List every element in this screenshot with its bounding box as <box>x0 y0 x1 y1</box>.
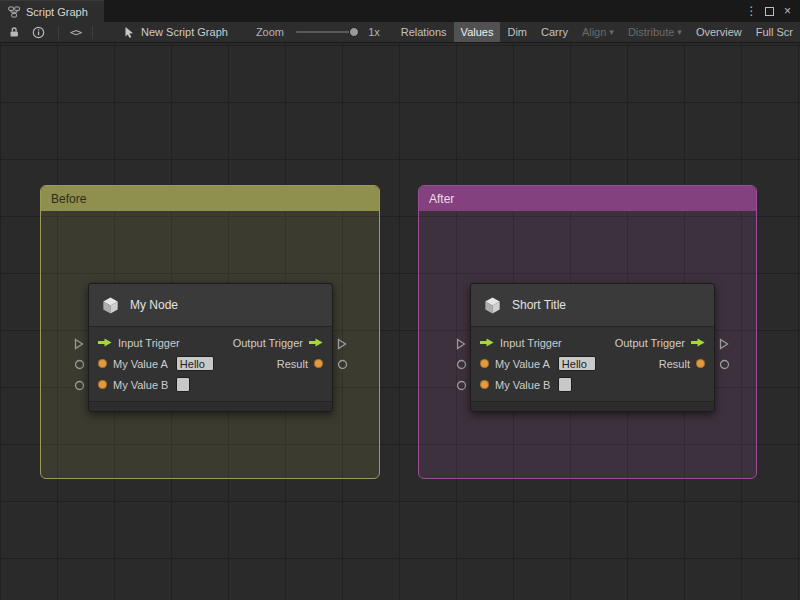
group-before-label: Before <box>51 192 86 206</box>
window-maximize-button[interactable] <box>762 2 777 20</box>
value-dot-icon <box>480 380 489 389</box>
fullscreen-button[interactable]: Full Scr <box>749 22 800 43</box>
group-before-header[interactable]: Before <box>41 186 379 211</box>
values-button-label: Values <box>461 26 494 38</box>
value-dot-icon <box>98 359 107 368</box>
value-b-input[interactable] <box>176 377 190 392</box>
output-trigger-label: Output Trigger <box>615 337 685 349</box>
value-b-port[interactable] <box>70 375 88 396</box>
result-port[interactable] <box>333 354 351 375</box>
lock-icon[interactable] <box>8 22 20 43</box>
info-icon-glyph <box>32 26 45 39</box>
overview-button-label: Overview <box>696 26 742 38</box>
node-ports: Input Trigger Output Trigger My Value A … <box>471 327 714 401</box>
unit-icon <box>482 295 503 316</box>
node-external-input-ports <box>70 283 88 412</box>
group-after-label: After <box>429 192 454 206</box>
zoom-value: 1x <box>368 26 380 38</box>
value-b-port[interactable] <box>452 375 470 396</box>
code-icon-glyph: <> <box>70 26 81 39</box>
unit-icon <box>100 295 121 316</box>
node-header[interactable]: My Node <box>89 284 332 327</box>
carry-button-label: Carry <box>541 26 568 38</box>
zoom-slider-handle[interactable] <box>349 27 359 37</box>
trigger-port-icon <box>337 338 347 350</box>
input-trigger-port[interactable] <box>452 333 470 354</box>
maximize-icon <box>765 7 774 16</box>
output-trigger-port[interactable] <box>333 333 351 354</box>
distribute-button[interactable]: Distribute ▾ <box>621 22 689 43</box>
node-my-node[interactable]: My Node Input Trigger Output Trigger My … <box>70 283 351 412</box>
result-label: Result <box>277 358 308 370</box>
value-b-input[interactable] <box>558 377 572 392</box>
input-trigger-label: Input Trigger <box>500 337 562 349</box>
script-graph-icon <box>8 6 20 18</box>
value-port-icon <box>337 359 348 370</box>
trigger-port-row: Input Trigger Output Trigger <box>471 332 714 353</box>
relations-button[interactable]: Relations <box>394 22 454 43</box>
graph-toolbar: <> New Script Graph Zoom 1x Relations Va… <box>0 22 800 43</box>
node-footer <box>471 401 714 411</box>
zoom-slider[interactable] <box>296 31 359 33</box>
value-dot-icon <box>480 359 489 368</box>
value-dot-icon <box>314 359 323 368</box>
chevron-down-icon: ▾ <box>609 27 614 37</box>
output-trigger-label: Output Trigger <box>233 337 303 349</box>
window-close-button[interactable]: × <box>780 2 795 20</box>
node-ports: Input Trigger Output Trigger My Value A … <box>89 327 332 401</box>
distribute-button-label: Distribute <box>628 26 674 38</box>
group-after-header[interactable]: After <box>419 186 756 211</box>
fullscreen-button-label: Full Scr <box>756 26 793 38</box>
value-port-icon <box>456 380 467 391</box>
node-external-input-ports <box>452 283 470 412</box>
value-a-input[interactable] <box>558 356 596 371</box>
trigger-port-row: Input Trigger Output Trigger <box>89 332 332 353</box>
relations-button-label: Relations <box>401 26 447 38</box>
cursor-icon <box>123 26 135 39</box>
carry-button[interactable]: Carry <box>534 22 575 43</box>
info-icon[interactable] <box>32 22 45 43</box>
toolbar-separator <box>58 26 59 39</box>
trigger-in-arrow-icon <box>480 338 494 347</box>
value-b-label: My Value B <box>495 379 550 391</box>
value-port-icon <box>719 359 730 370</box>
trigger-out-arrow-icon <box>691 338 705 347</box>
chevron-down-icon: ▾ <box>677 27 682 37</box>
node-header[interactable]: Short Title <box>471 284 714 327</box>
tab-script-graph[interactable]: Script Graph <box>0 0 104 22</box>
node-short-title[interactable]: Short Title Input Trigger Output Trigger… <box>452 283 733 412</box>
graph-name-label: New Script Graph <box>141 26 228 38</box>
node-title: Short Title <box>512 298 566 312</box>
node-title: My Node <box>130 298 178 312</box>
input-trigger-port[interactable] <box>70 333 88 354</box>
tab-title: Script Graph <box>26 6 88 18</box>
values-button[interactable]: Values <box>454 22 501 43</box>
align-button[interactable]: Align ▾ <box>575 22 621 43</box>
input-trigger-label: Input Trigger <box>118 337 180 349</box>
value-a-input[interactable] <box>176 356 214 371</box>
dim-button[interactable]: Dim <box>500 22 534 43</box>
lock-icon-glyph <box>8 26 20 38</box>
value-b-label: My Value B <box>113 379 168 391</box>
zoom-label: Zoom <box>256 26 284 38</box>
node-body-container[interactable]: Short Title Input Trigger Output Trigger… <box>470 283 715 412</box>
value-a-port[interactable] <box>70 354 88 375</box>
align-button-label: Align <box>582 26 606 38</box>
value-port-icon <box>456 359 467 370</box>
result-label: Result <box>659 358 690 370</box>
value-a-port[interactable] <box>452 354 470 375</box>
result-port[interactable] <box>715 354 733 375</box>
window-controls: ⋮ × <box>744 0 800 22</box>
code-view-icon[interactable]: <> <box>70 22 81 43</box>
node-footer <box>89 401 332 411</box>
graph-name-breadcrumb[interactable]: New Script Graph <box>123 26 228 39</box>
trigger-port-icon <box>456 338 466 350</box>
overview-button[interactable]: Overview <box>689 22 749 43</box>
value-a-port-row: My Value A Result <box>471 353 714 374</box>
toolbar-separator <box>92 26 93 39</box>
output-trigger-port[interactable] <box>715 333 733 354</box>
trigger-out-arrow-icon <box>309 338 323 347</box>
window-menu-button[interactable]: ⋮ <box>744 2 759 20</box>
window-tab-bar: Script Graph ⋮ × <box>0 0 800 22</box>
node-body-container[interactable]: My Node Input Trigger Output Trigger My … <box>88 283 333 412</box>
